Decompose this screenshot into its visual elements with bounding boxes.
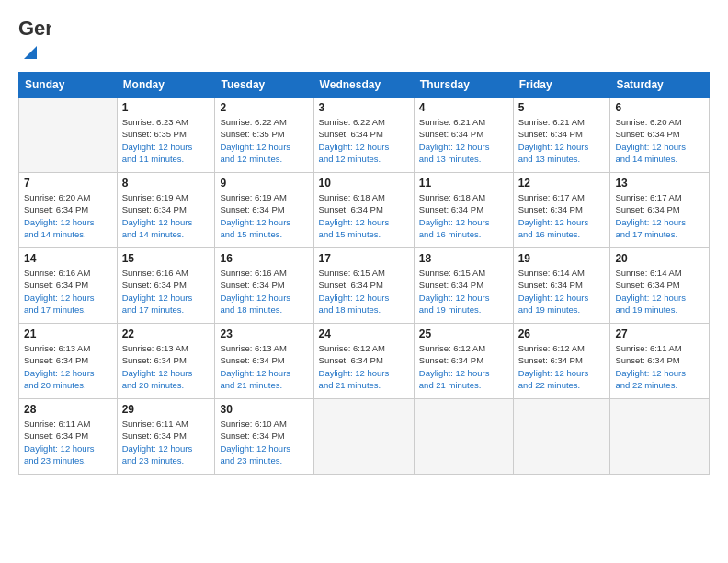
calendar-cell	[610, 399, 710, 475]
sunrise-text: Sunrise: 6:20 AM	[24, 191, 112, 203]
day-number: 14	[24, 252, 112, 265]
day-number: 10	[319, 177, 409, 190]
sunrise-text: Sunrise: 6:16 AM	[24, 267, 112, 279]
calendar-cell: 16Sunrise: 6:16 AMSunset: 6:34 PMDayligh…	[215, 248, 313, 324]
daylight-text: Daylight: 12 hoursand 16 minutes.	[419, 216, 508, 241]
calendar-cell: 27Sunrise: 6:11 AMSunset: 6:34 PMDayligh…	[610, 324, 710, 399]
calendar-cell: 2Sunrise: 6:22 AMSunset: 6:35 PMDaylight…	[215, 98, 313, 173]
sunset-text: Sunset: 6:34 PM	[419, 279, 508, 291]
sunset-text: Sunset: 6:34 PM	[122, 203, 210, 215]
sunset-text: Sunset: 6:34 PM	[615, 203, 704, 215]
sunset-text: Sunset: 6:34 PM	[220, 279, 308, 291]
calendar-cell: 20Sunrise: 6:14 AMSunset: 6:34 PMDayligh…	[610, 248, 710, 324]
calendar-cell: 28Sunrise: 6:11 AMSunset: 6:34 PMDayligh…	[19, 399, 118, 475]
daylight-text: Daylight: 12 hoursand 15 minutes.	[220, 216, 308, 241]
calendar-cell	[313, 399, 414, 475]
calendar-cell: 21Sunrise: 6:13 AMSunset: 6:34 PMDayligh…	[19, 324, 118, 399]
calendar-cell: 9Sunrise: 6:19 AMSunset: 6:34 PMDaylight…	[215, 173, 313, 248]
daylight-text: Daylight: 12 hoursand 13 minutes.	[518, 141, 606, 166]
calendar-cell: 5Sunrise: 6:21 AMSunset: 6:34 PMDaylight…	[513, 98, 610, 173]
sunset-text: Sunset: 6:34 PM	[24, 203, 112, 215]
daylight-text: Daylight: 12 hoursand 17 minutes.	[24, 292, 112, 316]
day-number: 16	[220, 252, 308, 265]
day-info: Sunrise: 6:21 AMSunset: 6:34 PMDaylight:…	[419, 116, 508, 165]
calendar-cell	[19, 98, 118, 173]
sunrise-text: Sunrise: 6:14 AM	[518, 267, 606, 279]
day-number: 13	[615, 177, 704, 190]
sunset-text: Sunset: 6:34 PM	[518, 128, 606, 140]
calendar-header-row: SundayMondayTuesdayWednesdayThursdayFrid…	[19, 73, 710, 98]
sunset-text: Sunset: 6:34 PM	[419, 128, 508, 140]
day-number: 18	[419, 252, 508, 265]
sunrise-text: Sunrise: 6:15 AM	[319, 267, 409, 279]
calendar-cell: 22Sunrise: 6:13 AMSunset: 6:34 PMDayligh…	[117, 324, 215, 399]
sunrise-text: Sunrise: 6:18 AM	[319, 191, 409, 203]
day-info: Sunrise: 6:16 AMSunset: 6:34 PMDaylight:…	[24, 267, 112, 316]
day-number: 25	[419, 327, 508, 340]
day-info: Sunrise: 6:12 AMSunset: 6:34 PMDaylight:…	[419, 342, 508, 391]
daylight-text: Daylight: 12 hoursand 12 minutes.	[319, 141, 409, 166]
day-number: 12	[518, 177, 606, 190]
sunset-text: Sunset: 6:34 PM	[419, 354, 508, 366]
sunrise-text: Sunrise: 6:23 AM	[122, 116, 210, 128]
day-number: 29	[122, 403, 210, 416]
sunset-text: Sunset: 6:34 PM	[518, 354, 606, 366]
logo-triangle-icon	[20, 42, 40, 63]
sunset-text: Sunset: 6:34 PM	[615, 279, 704, 291]
sunrise-text: Sunrise: 6:20 AM	[615, 116, 704, 128]
sunrise-text: Sunrise: 6:19 AM	[122, 191, 210, 203]
day-info: Sunrise: 6:13 AMSunset: 6:34 PMDaylight:…	[24, 342, 112, 391]
sunrise-text: Sunrise: 6:11 AM	[122, 418, 210, 430]
daylight-text: Daylight: 12 hoursand 15 minutes.	[319, 216, 409, 241]
daylight-text: Daylight: 12 hoursand 12 minutes.	[220, 141, 308, 166]
day-info: Sunrise: 6:19 AMSunset: 6:34 PMDaylight:…	[220, 191, 308, 240]
sunrise-text: Sunrise: 6:18 AM	[419, 191, 508, 203]
sunrise-text: Sunrise: 6:21 AM	[419, 116, 508, 128]
day-info: Sunrise: 6:12 AMSunset: 6:34 PMDaylight:…	[319, 342, 409, 391]
calendar-cell: 4Sunrise: 6:21 AMSunset: 6:34 PMDaylight…	[414, 98, 513, 173]
sunrise-text: Sunrise: 6:11 AM	[615, 342, 704, 354]
daylight-text: Daylight: 12 hoursand 17 minutes.	[122, 292, 210, 316]
sunrise-text: Sunrise: 6:12 AM	[419, 342, 508, 354]
day-number: 26	[518, 327, 606, 340]
daylight-text: Daylight: 12 hoursand 13 minutes.	[419, 141, 508, 166]
sunset-text: Sunset: 6:34 PM	[122, 430, 210, 442]
calendar-week-row: 21Sunrise: 6:13 AMSunset: 6:34 PMDayligh…	[19, 324, 710, 399]
day-number: 2	[220, 101, 308, 114]
daylight-text: Daylight: 12 hoursand 23 minutes.	[220, 442, 308, 467]
sunset-text: Sunset: 6:34 PM	[220, 430, 308, 442]
calendar-day-header: Saturday	[610, 73, 710, 98]
day-info: Sunrise: 6:18 AMSunset: 6:34 PMDaylight:…	[319, 191, 409, 240]
calendar-cell: 23Sunrise: 6:13 AMSunset: 6:34 PMDayligh…	[215, 324, 313, 399]
day-number: 22	[122, 327, 210, 340]
calendar-week-row: 14Sunrise: 6:16 AMSunset: 6:34 PMDayligh…	[19, 248, 710, 324]
sunrise-text: Sunrise: 6:19 AM	[220, 191, 308, 203]
sunset-text: Sunset: 6:34 PM	[122, 354, 210, 366]
calendar-cell: 30Sunrise: 6:10 AMSunset: 6:34 PMDayligh…	[215, 399, 313, 475]
sunrise-text: Sunrise: 6:22 AM	[319, 116, 409, 128]
day-number: 6	[615, 101, 704, 114]
sunset-text: Sunset: 6:34 PM	[615, 354, 704, 366]
sunrise-text: Sunrise: 6:13 AM	[122, 342, 210, 354]
sunrise-text: Sunrise: 6:16 AM	[220, 267, 308, 279]
calendar-day-header: Monday	[117, 73, 215, 98]
day-info: Sunrise: 6:16 AMSunset: 6:34 PMDaylight:…	[220, 267, 308, 316]
day-number: 23	[220, 327, 308, 340]
daylight-text: Daylight: 12 hoursand 19 minutes.	[615, 292, 704, 316]
logo: General	[18, 15, 51, 63]
calendar-cell: 3Sunrise: 6:22 AMSunset: 6:34 PMDaylight…	[313, 98, 414, 173]
calendar-cell: 17Sunrise: 6:15 AMSunset: 6:34 PMDayligh…	[313, 248, 414, 324]
sunset-text: Sunset: 6:34 PM	[419, 203, 508, 215]
day-number: 11	[419, 177, 508, 190]
calendar-cell: 25Sunrise: 6:12 AMSunset: 6:34 PMDayligh…	[414, 324, 513, 399]
day-info: Sunrise: 6:22 AMSunset: 6:35 PMDaylight:…	[220, 116, 308, 165]
day-number: 8	[122, 177, 210, 190]
daylight-text: Daylight: 12 hoursand 20 minutes.	[122, 367, 210, 392]
daylight-text: Daylight: 12 hoursand 19 minutes.	[419, 292, 508, 316]
calendar-cell: 24Sunrise: 6:12 AMSunset: 6:34 PMDayligh…	[313, 324, 414, 399]
calendar-cell: 10Sunrise: 6:18 AMSunset: 6:34 PMDayligh…	[313, 173, 414, 248]
day-info: Sunrise: 6:11 AMSunset: 6:34 PMDaylight:…	[122, 418, 210, 466]
sunset-text: Sunset: 6:34 PM	[220, 354, 308, 366]
day-info: Sunrise: 6:20 AMSunset: 6:34 PMDaylight:…	[24, 191, 112, 240]
calendar-cell: 26Sunrise: 6:12 AMSunset: 6:34 PMDayligh…	[513, 324, 610, 399]
